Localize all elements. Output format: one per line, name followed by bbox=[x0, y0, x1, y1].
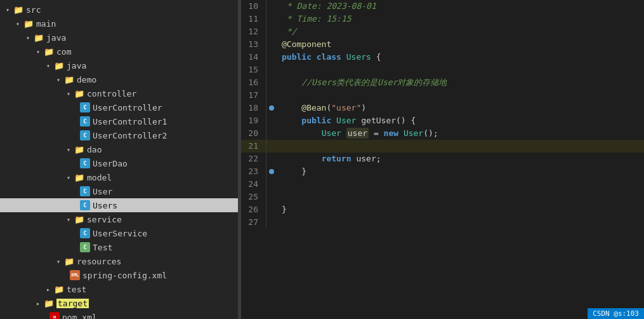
code-content-18[interactable]: @Bean("user") bbox=[277, 102, 644, 114]
gutter-27 bbox=[266, 216, 277, 229]
tree-item-usercontroller[interactable]: C UserController bbox=[0, 100, 238, 114]
code-line-26: 26 } bbox=[241, 203, 644, 216]
label-target: target bbox=[56, 299, 89, 308]
code-content-22[interactable]: return user; bbox=[277, 153, 644, 165]
tree-item-src[interactable]: ▾ 📁 src bbox=[0, 3, 238, 17]
code-line-27: 27 bbox=[241, 216, 644, 229]
arrow-com: ▾ bbox=[33, 48, 43, 55]
code-content-16[interactable]: //Users类代表的是User对象的存储地 bbox=[277, 76, 644, 89]
tree-item-com[interactable]: ▾ 📁 com bbox=[0, 44, 238, 58]
status-bar: CSDN @s:103 bbox=[588, 308, 644, 319]
class-icon-usercontroller1: C bbox=[80, 116, 90, 126]
code-line-11: 11 * Time: 15:15 bbox=[241, 13, 644, 25]
tree-item-test-class[interactable]: C Test bbox=[0, 240, 238, 254]
code-content-23[interactable]: } bbox=[277, 165, 644, 178]
tree-item-userservice[interactable]: C UserService bbox=[0, 226, 238, 240]
code-content-17[interactable] bbox=[277, 89, 644, 102]
code-content-14[interactable]: public class Users { bbox=[277, 51, 644, 64]
gutter-19 bbox=[266, 114, 277, 127]
tree-item-demo[interactable]: ▾ 📁 demo bbox=[0, 72, 238, 86]
tree-item-users[interactable]: C Users bbox=[0, 198, 238, 212]
tree-item-resources[interactable]: ▾ 📁 resources bbox=[0, 254, 238, 268]
tree-item-java[interactable]: ▾ 📁 java bbox=[0, 31, 238, 44]
code-content-25[interactable] bbox=[277, 191, 644, 203]
tree-item-model[interactable]: ▾ 📁 model bbox=[0, 170, 238, 184]
folder-icon-model: 📁 bbox=[74, 173, 85, 182]
code-content-15[interactable] bbox=[277, 64, 644, 76]
code-content-27[interactable] bbox=[277, 216, 644, 229]
label-pom: pom.xml bbox=[62, 313, 97, 320]
gutter-12 bbox=[266, 25, 277, 38]
label-java: java bbox=[46, 33, 66, 43]
folder-icon-resources: 📁 bbox=[63, 257, 75, 266]
label-user: User bbox=[93, 187, 112, 196]
line-num-13: 13 bbox=[241, 38, 266, 51]
line-num-23: 23 bbox=[241, 165, 266, 178]
tree-item-target[interactable]: ▸ 📁 target bbox=[0, 296, 238, 310]
line-num-20: 20 bbox=[241, 127, 266, 140]
tree-item-user[interactable]: C User bbox=[0, 184, 238, 198]
folder-icon-java2: 📁 bbox=[53, 61, 65, 71]
gutter-18[interactable] bbox=[266, 102, 277, 114]
gutter-23[interactable] bbox=[266, 165, 277, 178]
line-num-14: 14 bbox=[241, 51, 266, 64]
line-num-25: 25 bbox=[241, 191, 266, 203]
pom-icon: m bbox=[49, 312, 60, 319]
tree-item-usercontroller1[interactable]: C UserController1 bbox=[0, 114, 238, 128]
label-usercontroller1: UserController1 bbox=[93, 117, 167, 126]
code-content-13[interactable]: @Component bbox=[277, 38, 644, 51]
code-content-21[interactable] bbox=[277, 140, 644, 153]
label-main: main bbox=[36, 19, 56, 29]
tree-item-test-folder[interactable]: ▸ 📁 test bbox=[0, 282, 238, 296]
gutter-14 bbox=[266, 51, 277, 64]
folder-icon-controller: 📁 bbox=[74, 89, 85, 98]
line-num-21: 21 bbox=[241, 140, 266, 153]
tree-item-userdao[interactable]: C UserDao bbox=[0, 156, 238, 170]
label-com: com bbox=[56, 47, 71, 57]
tree-item-service[interactable]: ▾ 📁 service bbox=[0, 212, 238, 226]
line-num-26: 26 bbox=[241, 203, 266, 216]
tree-item-spring-config[interactable]: XML spring-config.xml bbox=[0, 268, 238, 282]
line-num-11: 11 bbox=[241, 13, 266, 25]
label-userservice: UserService bbox=[93, 229, 147, 238]
gutter-26 bbox=[266, 203, 277, 216]
line-num-15: 15 bbox=[241, 64, 266, 76]
folder-icon-src: 📁 bbox=[13, 5, 24, 15]
arrow-target: ▸ bbox=[33, 300, 43, 307]
tree-item-usercontroller2[interactable]: C UserController2 bbox=[0, 128, 238, 142]
file-tree-panel: ▾ 📁 src ▾ 📁 main ▾ 📁 java ▾ bbox=[0, 0, 238, 319]
line-num-10: 10 bbox=[241, 0, 266, 13]
gutter-24 bbox=[266, 178, 277, 191]
tree-item-main[interactable]: ▾ 📁 main bbox=[0, 17, 238, 31]
label-src: src bbox=[26, 5, 41, 15]
code-content-24[interactable] bbox=[277, 178, 644, 191]
arrow-main: ▾ bbox=[13, 20, 23, 27]
code-content-19[interactable]: public User getUser() { bbox=[277, 114, 644, 127]
tree-item-dao[interactable]: ▾ 📁 dao bbox=[0, 142, 238, 156]
tree-item-pom[interactable]: m pom.xml bbox=[0, 310, 238, 319]
label-demo: demo bbox=[77, 75, 96, 85]
code-line-17: 17 bbox=[241, 89, 644, 102]
gutter-17 bbox=[266, 89, 277, 102]
breakpoint-dot-23[interactable] bbox=[269, 169, 274, 174]
folder-icon-dao: 📁 bbox=[74, 145, 85, 154]
label-spring-config: spring-config.xml bbox=[82, 271, 167, 280]
class-icon-usercontroller: C bbox=[80, 102, 90, 112]
status-text: CSDN @s:103 bbox=[593, 309, 639, 318]
tree-item-java2[interactable]: ▾ 📁 java bbox=[0, 58, 238, 72]
code-content-10[interactable]: * Date: 2023-08-01 bbox=[277, 0, 644, 13]
code-content-20[interactable]: User user = new User(); bbox=[277, 127, 644, 140]
xml-icon-spring-config: XML bbox=[70, 270, 80, 280]
code-content-11[interactable]: * Time: 15:15 bbox=[277, 13, 644, 25]
code-content-12[interactable]: */ bbox=[277, 25, 644, 38]
code-content-26[interactable]: } bbox=[277, 203, 644, 216]
code-line-18: 18 @Bean("user") bbox=[241, 102, 644, 114]
tree-item-controller[interactable]: ▾ 📁 controller bbox=[0, 86, 238, 100]
gutter-10 bbox=[266, 0, 277, 13]
folder-icon-test: 📁 bbox=[53, 285, 65, 294]
class-icon-users: C bbox=[80, 200, 90, 210]
line-num-22: 22 bbox=[241, 153, 266, 165]
label-usercontroller: UserController bbox=[93, 103, 162, 112]
breakpoint-dot-18[interactable] bbox=[269, 105, 274, 111]
arrow-model: ▾ bbox=[63, 174, 74, 181]
